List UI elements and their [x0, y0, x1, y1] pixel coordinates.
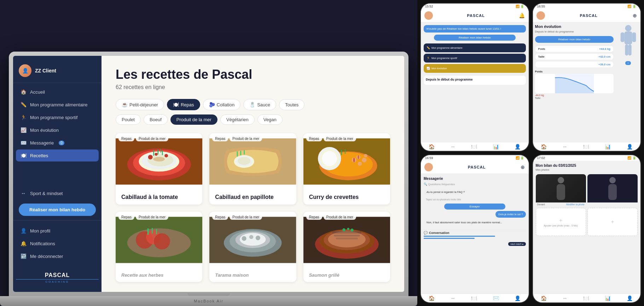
- sub-filter-boeuf[interactable]: Boeuf: [144, 114, 168, 125]
- bell-icon: 🔔: [20, 241, 27, 246]
- nav-arrows-icon[interactable]: ↔️: [562, 144, 567, 149]
- nav-home-icon[interactable]: 🏠: [541, 295, 547, 301]
- nav-chart-icon[interactable]: 📊: [605, 144, 611, 149]
- modify-photo-btn[interactable]: Modifier la photo: [566, 203, 585, 206]
- sub-filter-poulet[interactable]: Poulet: [116, 114, 141, 125]
- nav-chart-icon[interactable]: 📊: [493, 144, 499, 149]
- phone-2-avatar: [536, 11, 545, 20]
- nav-fork-icon[interactable]: 🍽️: [583, 144, 589, 149]
- sidebar-item-profil[interactable]: 👤 Mon profil: [16, 225, 99, 237]
- svg-point-59: [328, 231, 365, 247]
- svg-rect-68: [624, 31, 632, 44]
- sidebar-item-deconnexion[interactable]: ↩️ Me déconnecter: [16, 250, 99, 262]
- phone-3-signal: 📶 🔋: [516, 156, 524, 160]
- macbook-label: MacBook Air: [194, 299, 224, 303]
- svg-point-34: [364, 154, 367, 158]
- phone-2-signal: 📶 🔋: [627, 5, 636, 8]
- messagerie-badge: 0: [59, 141, 64, 145]
- phone-1-menu: ✏️ Mon programme alimentaire 🏃 Mon progr…: [424, 43, 526, 73]
- tab-toutes[interactable]: Toutes: [279, 99, 304, 110]
- phone-2-bilan-btn[interactable]: Réaliser mon bilan hebdo: [535, 36, 614, 43]
- add-photo-btn-2[interactable]: +: [587, 208, 638, 236]
- profil-label: Mon profil: [30, 228, 50, 234]
- svg-point-43: [154, 233, 170, 249]
- phone-1-menu-evolution[interactable]: 📈 Mon évolution: [424, 64, 526, 73]
- sidebar-item-programme-alimentaire[interactable]: ✏️ Mon programme alimentaire: [16, 99, 99, 111]
- photo-add-2[interactable]: +: [587, 208, 638, 236]
- sub-filter-produit-mer[interactable]: Produit de la mer: [170, 114, 217, 125]
- recipe-name: Cabillaud à la tomate: [116, 190, 202, 205]
- nav-user-icon[interactable]: 👤: [515, 295, 521, 301]
- nav-chart-icon[interactable]: 📊: [605, 295, 611, 301]
- sidebar-item-notifications[interactable]: 🔔 Notifications: [16, 237, 99, 249]
- phone-4-title: Mon bilan du 03/01/2025: [536, 164, 638, 167]
- sub-filters: Poulet Boeuf Produit de la mer Végétarie…: [116, 114, 390, 125]
- sidebar-item-evolution[interactable]: 📈 Mon évolution: [16, 124, 99, 136]
- recipe-card-curry-crevettes[interactable]: Repas Produit de la mer Curry de crevett…: [303, 133, 390, 205]
- nav-user-icon[interactable]: 👤: [515, 144, 521, 149]
- nav-mail-icon[interactable]: ✉️: [493, 295, 499, 301]
- svg-point-9: [153, 157, 165, 161]
- sidebar-item-label: Mon évolution: [30, 128, 59, 133]
- svg-point-29: [322, 151, 337, 166]
- phone-3-screen: 16:59 📶 🔋 PASCAL ⊕ Messagerie 🔍 Question…: [421, 155, 529, 294]
- svg-rect-60: [332, 231, 361, 234]
- sub-filter-vegan[interactable]: Vegan: [257, 114, 283, 125]
- sidebar-item-messagerie[interactable]: ✉️ Messagerie 0: [16, 137, 99, 149]
- phone-1-menu-sportif[interactable]: 🏃 Mon programme sportif: [424, 54, 526, 63]
- recipe-card-5[interactable]: Repas Produit de la mer Tarama maison: [209, 212, 296, 282]
- nav-home-icon[interactable]: 🏠: [429, 144, 435, 149]
- phone-2-stat-2: Taille +42.0 cm: [535, 53, 614, 60]
- search-input[interactable]: Tapez un ou plusieurs mots clés: [424, 197, 526, 202]
- sidebar-item-accueil[interactable]: 🏠 Accueil: [16, 86, 99, 98]
- sidebar-item-sport[interactable]: ↔️ Sport & mindset: [13, 187, 101, 199]
- nav-arrows-icon[interactable]: ↔️: [562, 295, 567, 301]
- phone-1-menu-alimentaire[interactable]: ✏️ Mon programme alimentaire: [424, 43, 526, 52]
- essayer-btn[interactable]: Essayer: [444, 204, 505, 210]
- nav-arrows-icon[interactable]: ↔️: [451, 144, 456, 149]
- nav-arrows-icon[interactable]: ↔️: [451, 295, 456, 301]
- sidebar-item-programme-sportif[interactable]: 🏃 Mon programme sportif: [16, 111, 99, 123]
- chat-bubble-faq: As-tu pensé à regarder la FAQ ?: [424, 189, 468, 195]
- phone-3-avatar: [424, 163, 433, 171]
- nav-fork-icon[interactable]: 🍽️: [471, 295, 477, 301]
- recipe-card-cabillaud-papillote[interactable]: Repas Produit de la mer Cabillaud en pap…: [209, 133, 296, 205]
- nav-fork-icon[interactable]: 🍽️: [471, 144, 477, 149]
- nav-user-icon[interactable]: 👤: [627, 295, 633, 301]
- photo-add-1[interactable]: + Ajouter une photo (max : 5 Mo): [536, 208, 586, 236]
- tab-repas[interactable]: 🍽️ Repas: [167, 99, 200, 110]
- nav-home-icon[interactable]: 🏠: [541, 144, 547, 149]
- filter-tabs: ☕ Petit-déjeuner 🍽️ Repas 🫐 Collation 🧂 …: [116, 99, 390, 110]
- phone-1-bilan-btn[interactable]: Réaliser mon bilan hebdo: [434, 35, 516, 41]
- tab-petit-dejeuner[interactable]: ☕ Petit-déjeuner: [116, 99, 164, 110]
- recipe-tags: Repas Produit de la mer: [306, 214, 356, 220]
- tab-collation[interactable]: 🫐 Collation: [203, 99, 241, 110]
- recipe-card-4[interactable]: Repas Produit de la mer Recette aux herb…: [116, 212, 202, 282]
- sub-filter-vegetarien[interactable]: Végétarien: [220, 114, 255, 125]
- main-content: Les recettes de Pascal 62 recettes en li…: [101, 56, 404, 292]
- nav-home-icon[interactable]: 🏠: [429, 295, 435, 301]
- figure-body: [557, 184, 565, 200]
- photo-right: [587, 174, 638, 206]
- recipe-card-cabillaud-tomate[interactable]: Repas Produit de la mer Cabillaud à la t…: [116, 133, 202, 205]
- phone-4-photo-grid: Devant Modifier la photo: [536, 174, 638, 236]
- nav-fork-icon[interactable]: 🍽️: [583, 295, 589, 301]
- tab-sauce[interactable]: 🧂 Sauce: [243, 99, 276, 110]
- nav-user-icon[interactable]: 👤: [627, 144, 633, 149]
- bilan-hebdo-button[interactable]: Réaliser mon bilan hebdo: [19, 204, 96, 216]
- svg-point-52: [242, 236, 246, 241]
- taille-label: Taille: [535, 97, 614, 99]
- recipe-card-6[interactable]: Repas Produit de la mer Saumon grillé: [303, 212, 390, 282]
- phone-4-nav: 🏠 ↔️ 🍽️ 📊 👤: [533, 294, 641, 302]
- svg-rect-61: [334, 235, 360, 236]
- phone-3-header: PASCAL ⊕: [421, 161, 529, 174]
- page-title: Les recettes de Pascal: [116, 67, 390, 82]
- arrows-icon: ↔️: [20, 190, 27, 196]
- menu-item-label: Mon programme alimentaire: [431, 47, 463, 49]
- svg-point-65: [350, 229, 353, 231]
- sidebar-item-recettes[interactable]: 🍽️ Recettes: [16, 149, 99, 161]
- laptop-wrapper: 👤 ZZ Client 🏠 Accueil ✏️ Mon programme a…: [0, 0, 417, 306]
- add-photo-btn[interactable]: + Ajouter une photo (max : 5 Mo): [536, 208, 586, 236]
- svg-rect-10: [153, 150, 154, 155]
- phone-2-add-btn[interactable]: +: [625, 61, 631, 65]
